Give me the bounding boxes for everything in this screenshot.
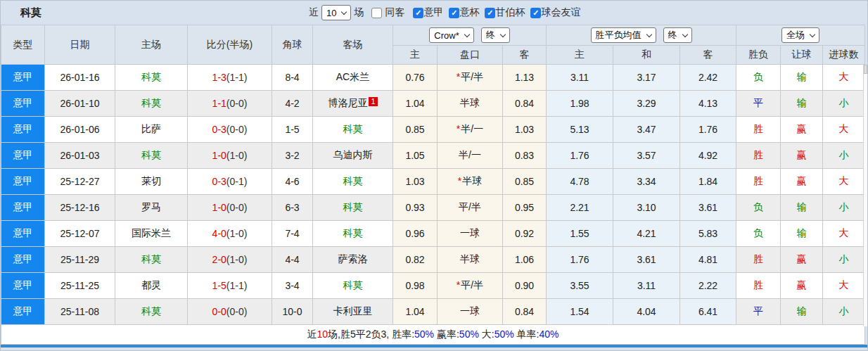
recent-count-select[interactable]: 10	[321, 5, 351, 20]
sub-header-handicap: 盘口	[438, 46, 503, 65]
away-team: 萨索洛	[313, 247, 393, 273]
match-row: 意甲26-01-16科莫1-3(1-1)8-4AC米兰0.76*平/半1.133…	[1, 65, 865, 91]
home-team: 都灵	[115, 273, 188, 299]
filter-checkbox-serie-a[interactable]: ✓	[413, 8, 423, 18]
match-row: 意甲25-11-29科莫2-0(1-0)4-4萨索洛0.82半球1.061.76…	[1, 247, 865, 273]
avg-home-cell: 1.55	[547, 221, 613, 247]
filter-checkbox-club-friendly[interactable]: ✓	[530, 8, 541, 18]
away-odds-cell: 0.84	[503, 91, 547, 117]
match-date: 25-11-08	[45, 299, 115, 325]
result-cell: 胜	[736, 143, 781, 169]
home-team: 罗马	[115, 195, 188, 221]
away-team: 科莫	[313, 169, 393, 195]
match-date: 26-01-10	[45, 91, 115, 117]
goals-cell: 大	[823, 169, 865, 195]
avg-home-cell: 3.55	[547, 273, 613, 299]
home-team: 国际米兰	[115, 221, 188, 247]
score-cell: 4-0(1-0)	[188, 221, 272, 247]
score-cell: 1-1(0-0)	[188, 91, 272, 117]
away-odds-cell: 0.84	[503, 299, 547, 325]
scope-select[interactable]: 全场	[781, 27, 819, 43]
corner-cell: 6-3	[272, 195, 313, 221]
avg-away-cell: 6.41	[680, 299, 736, 325]
home-odds-cell: 1.03	[393, 169, 438, 195]
avg-home-cell: 1.76	[547, 247, 613, 273]
goals-cell: 小	[823, 299, 865, 325]
corner-cell: 4-4	[272, 247, 313, 273]
result-cell: 平	[736, 91, 781, 117]
scope-value: 全场	[786, 29, 805, 42]
corner-cell: 4-2	[272, 91, 313, 117]
home-odds-cell: 0.76	[393, 65, 438, 91]
handicap-cell: 平/半	[438, 195, 503, 221]
sub-header-handicap-result: 让球	[781, 46, 823, 65]
match-type-badge: 意甲	[1, 65, 45, 91]
home-team: 比萨	[115, 117, 188, 143]
away-team: 科莫	[313, 221, 393, 247]
avg-type-select[interactable]: 胜平负均值	[591, 27, 656, 43]
match-row: 意甲26-01-10科莫1-1(0-0)4-2博洛尼亚11.04半球0.841.…	[1, 91, 865, 117]
vertical-scrollbar[interactable]	[863, 65, 867, 326]
away-odds-cell: 1.03	[503, 117, 547, 143]
match-row: 意甲25-12-07国际米兰4-0(1-0)7-4科莫0.96一球0.921.5…	[1, 221, 865, 247]
match-date: 25-11-25	[45, 273, 115, 299]
match-date: 26-01-06	[45, 117, 115, 143]
handicap-cell: *平/半	[438, 65, 503, 91]
result-cell: 负	[736, 195, 781, 221]
match-date: 25-12-27	[45, 169, 115, 195]
avg-draw-cell: 3.10	[613, 195, 680, 221]
avg-home-cell: 5.13	[547, 117, 613, 143]
scroll-up-icon[interactable]	[864, 65, 867, 74]
avg-away-cell: 5.83	[680, 221, 736, 247]
avg-draw-cell: 3.11	[613, 273, 680, 299]
filter-checkbox-gamper-cup[interactable]: ✓	[485, 8, 495, 18]
handicap-cell: 一球	[438, 299, 503, 325]
summary-segment: 50%	[459, 328, 479, 340]
match-row: 意甲25-12-27莱切0-3(0-1)4-6科莫1.03*半球0.854.78…	[1, 169, 865, 195]
avg-away-cell: 4.92	[680, 143, 736, 169]
match-date: 26-01-16	[45, 65, 115, 91]
same-away-checkbox[interactable]	[371, 8, 382, 18]
corner-cell: 10-0	[272, 299, 313, 325]
summary-segment: 10	[317, 328, 328, 340]
avg-draw-cell: 3.29	[613, 91, 680, 117]
odds-time-select[interactable]: 终	[481, 27, 510, 43]
away-odds-cell: 1.13	[503, 65, 547, 91]
avg-away-cell: 2.22	[680, 273, 736, 299]
away-odds-cell: 0.92	[503, 221, 547, 247]
avg-time-value: 终	[668, 29, 677, 42]
match-row: 意甲26-01-03科莫1-0(1-0)3-2乌迪内斯1.05半/一0.831.…	[1, 143, 865, 169]
match-type-badge: 意甲	[1, 91, 45, 117]
star-icon: *	[457, 71, 460, 82]
match-row: 意甲25-12-16罗马1-0(0-0)6-3科莫0.93平/半0.952.21…	[1, 195, 865, 221]
away-team: 乌迪内斯	[313, 143, 393, 169]
filter-checkbox-coppa-italia[interactable]: ✓	[449, 8, 459, 18]
match-row: 意甲26-01-06比萨0-3(0-0)1-5科莫0.85*半/一1.035.1…	[1, 117, 865, 143]
recent-label: 近	[309, 6, 319, 19]
home-odds-cell: 0.96	[393, 221, 438, 247]
avg-home-cell: 1.76	[547, 143, 613, 169]
avg-away-cell: 1.84	[680, 169, 736, 195]
sub-header-avg-home: 主	[547, 46, 613, 65]
home-team: 科莫	[115, 299, 188, 325]
home-odds-cell: 0.98	[393, 273, 438, 299]
filter-label-gamper-cup: 甘伯杯	[495, 6, 525, 19]
handicap-cell: 半球	[438, 91, 503, 117]
corner-cell: 3-4	[272, 273, 313, 299]
handicap-cell: *平/半	[438, 273, 503, 299]
away-team: 科莫	[313, 273, 393, 299]
match-type-badge: 意甲	[1, 195, 45, 221]
away-team: AC米兰	[313, 65, 393, 91]
home-odds-cell: 1.04	[393, 299, 438, 325]
sub-header-result: 胜负	[736, 46, 781, 65]
chevron-down-icon	[464, 31, 469, 37]
avg-home-cell: 2.21	[547, 195, 613, 221]
goals-cell: 小	[823, 143, 865, 169]
away-team: 博洛尼亚1	[313, 91, 393, 117]
home-odds-cell: 1.05	[393, 143, 438, 169]
corner-cell: 1-5	[272, 117, 313, 143]
odds-source-select[interactable]: Crow*	[429, 27, 473, 43]
competition-filters: ✓意甲✓意杯✓甘伯杯✓球会友谊	[408, 6, 581, 19]
avg-time-select[interactable]: 终	[663, 27, 692, 43]
sub-header-home-odds: 主	[393, 46, 438, 65]
